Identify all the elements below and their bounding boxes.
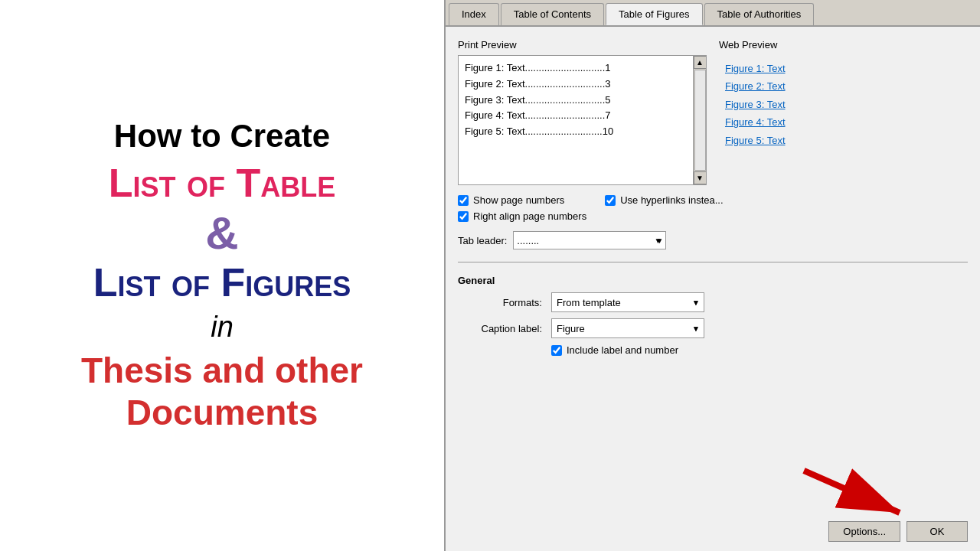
options-button[interactable]: Options... — [828, 521, 900, 542]
web-link-3[interactable]: Figure 3: Text — [725, 96, 962, 113]
include-label-row[interactable]: Include label and number — [551, 344, 968, 356]
formats-label: Formats: — [458, 297, 542, 308]
caption-select-wrapper: Figure Table Equation ▼ — [551, 318, 704, 338]
show-page-numbers-checkbox[interactable] — [458, 195, 469, 206]
web-link-2[interactable]: Figure 2: Text — [725, 77, 962, 95]
tab-leader-row: Tab leader: ........ -------- ________ (… — [458, 231, 968, 249]
general-section: General Formats: From template Classic D… — [458, 275, 968, 356]
use-hyperlinks-label: Use hyperlinks instea... — [620, 194, 723, 206]
tab-table-of-figures[interactable]: Table of Figures — [606, 3, 703, 25]
preview-entry-1: Figure 1: Text..........................… — [465, 60, 700, 77]
use-hyperlinks-row[interactable]: Use hyperlinks instea... — [605, 194, 723, 206]
right-checkboxes: Use hyperlinks instea... — [605, 194, 723, 222]
caption-label-row: Caption label: Figure Table Equation ▼ — [458, 318, 968, 338]
preview-entry-2: Figure 2: Text..........................… — [465, 77, 700, 93]
dialog-footer: Options... OK — [446, 515, 980, 551]
list-of-figures-text: List of Figures — [93, 261, 351, 305]
formats-select[interactable]: From template Classic Distinctive Center… — [551, 292, 704, 312]
print-preview-section: Print Preview Figure 1: Text............… — [458, 39, 707, 185]
tab-bar: Index Table of Contents Table of Figures… — [446, 0, 980, 27]
preview-entry-3: Figure 3: Text..........................… — [465, 93, 700, 109]
include-label-text: Include label and number — [567, 344, 678, 356]
ok-button[interactable]: OK — [906, 521, 968, 542]
left-checkboxes: Show page numbers Right align page numbe… — [458, 194, 586, 222]
formats-select-wrapper: From template Classic Distinctive Center… — [551, 292, 704, 312]
show-page-numbers-row[interactable]: Show page numbers — [458, 194, 586, 206]
dialog-panel: Index Table of Contents Table of Figures… — [444, 0, 980, 551]
web-preview-box: Figure 1: Text Figure 2: Text Figure 3: … — [719, 55, 968, 185]
preview-entry-5: Figure 5: Text..........................… — [465, 124, 700, 140]
show-page-numbers-label: Show page numbers — [473, 194, 564, 206]
in-text: in — [211, 311, 234, 344]
tab-leader-label: Tab leader: — [458, 235, 507, 246]
right-align-row[interactable]: Right align page numbers — [458, 210, 586, 222]
web-link-4[interactable]: Figure 4: Text — [725, 113, 962, 131]
tab-leader-select-wrapper: ........ -------- ________ (none) ▼ — [513, 231, 666, 249]
general-label: General — [458, 275, 968, 286]
use-hyperlinks-checkbox[interactable] — [605, 195, 616, 206]
list-of-table-text: List of Table — [109, 161, 335, 205]
scrollbar-track — [694, 70, 706, 171]
include-label-checkbox[interactable] — [551, 345, 562, 356]
section-divider — [458, 262, 968, 262]
web-link-5[interactable]: Figure 5: Text — [725, 132, 962, 149]
checkboxes-area: Show page numbers Right align page numbe… — [458, 194, 968, 222]
web-link-1[interactable]: Figure 1: Text — [725, 60, 962, 77]
preview-row: Print Preview Figure 1: Text............… — [458, 39, 968, 185]
tab-leader-select[interactable]: ........ -------- ________ (none) — [513, 231, 666, 249]
scroll-down-button[interactable]: ▼ — [694, 171, 707, 184]
print-preview-box: Figure 1: Text..........................… — [458, 55, 707, 185]
left-panel: How to Create List of Table & List of Fi… — [0, 0, 444, 551]
right-align-label: Right align page numbers — [473, 210, 586, 222]
tab-table-of-authorities[interactable]: Table of Authorities — [704, 3, 815, 25]
ampersand-text: & — [205, 206, 238, 261]
caption-label-text: Caption label: — [458, 323, 542, 334]
preview-entry-4: Figure 4: Text..........................… — [465, 108, 700, 124]
thesis-line2: Documents — [126, 392, 318, 434]
print-preview-scrollbar[interactable]: ▲ ▼ — [693, 56, 706, 184]
print-preview-label: Print Preview — [458, 39, 707, 51]
dialog-body: Print Preview Figure 1: Text............… — [446, 27, 980, 515]
caption-select[interactable]: Figure Table Equation — [551, 318, 704, 338]
web-preview-label: Web Preview — [719, 39, 968, 51]
scroll-up-button[interactable]: ▲ — [694, 56, 707, 69]
web-preview-section: Web Preview Figure 1: Text Figure 2: Tex… — [719, 39, 968, 185]
how-to-text: How to Create — [114, 117, 330, 155]
thesis-line1: Thesis and other — [81, 350, 363, 392]
right-align-checkbox[interactable] — [458, 211, 469, 222]
formats-row: Formats: From template Classic Distincti… — [458, 292, 968, 312]
tab-table-of-contents[interactable]: Table of Contents — [501, 3, 604, 25]
tab-index[interactable]: Index — [449, 3, 499, 25]
